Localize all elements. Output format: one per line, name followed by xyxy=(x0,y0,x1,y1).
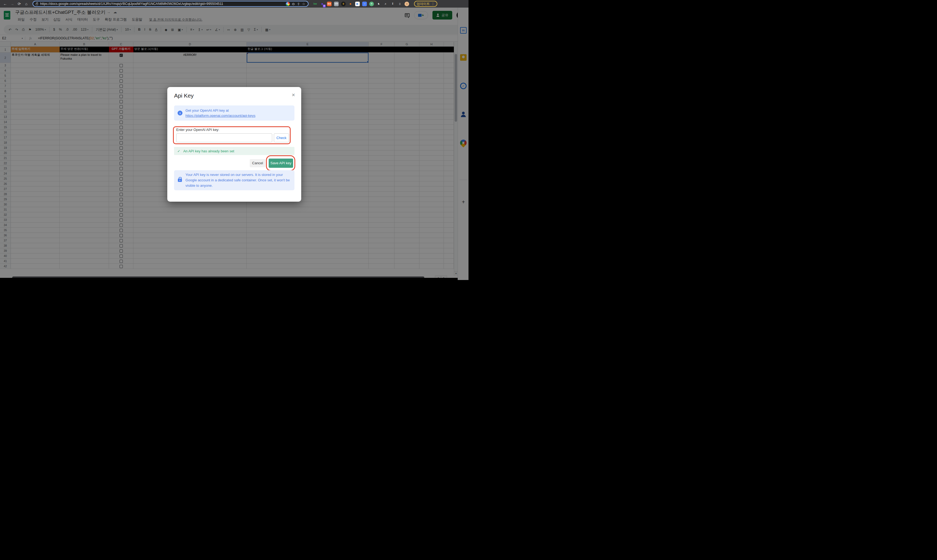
close-icon[interactable]: ✕ xyxy=(292,92,295,98)
music-list-extension[interactable]: ♬ xyxy=(383,2,388,6)
info-banner: i Get your OpenAI API key at https://pla… xyxy=(174,105,294,121)
success-banner: ✓ An API key has already been set xyxy=(174,147,294,155)
api-keys-link[interactable]: https://platform.openai.com/account/api-… xyxy=(185,114,255,118)
sheets-page: 구글스프레드시트+ChatGPT_주소 불러오기 ☆ → ☁ 파일수정보기삽입서… xyxy=(0,8,469,280)
browser-update-button[interactable]: 업데이트 ⋮ xyxy=(414,1,437,7)
url-text[interactable]: https://docs.google.com/spreadsheets/d/1… xyxy=(40,2,284,6)
lock-icon xyxy=(36,3,38,5)
check-button[interactable]: Check xyxy=(274,133,289,142)
browser-window: ← → ⟳ ⌂ https://docs.google.com/spreadsh… xyxy=(0,0,469,280)
google-logo-icon[interactable]: G xyxy=(286,2,290,6)
red-annotation-save xyxy=(266,155,295,171)
reload-icon[interactable]: ⟳ xyxy=(16,2,22,6)
extension-badge: 6 xyxy=(323,5,326,7)
phone-play-extension[interactable]: ▶ xyxy=(355,2,360,6)
back-icon[interactable]: ← xyxy=(2,2,8,6)
cancel-button[interactable]: Cancel xyxy=(250,159,265,167)
bw-extension[interactable]: bw xyxy=(313,2,317,6)
info-text: Get your OpenAI API key at https://platf… xyxy=(185,108,291,118)
bookmark-star-icon[interactable]: ☆ xyxy=(302,2,305,6)
api-key-label: Enter your OpenAI API key: xyxy=(176,128,219,132)
privacy-note: Your API key is never stored on our serv… xyxy=(174,170,294,190)
lock-icon xyxy=(178,178,182,182)
forward-icon[interactable]: → xyxy=(9,2,15,6)
api-key-dialog: Api Key ✕ i Get your OpenAI API key at h… xyxy=(167,87,301,202)
browser-menu-icon[interactable]: ⋮ xyxy=(431,2,435,6)
info-icon: i xyxy=(178,111,183,115)
home-icon[interactable]: ⌂ xyxy=(23,2,29,6)
download-extension[interactable]: ↧ xyxy=(391,2,395,6)
extensions-bar: bw◆6EX</>♛◆▶▪✳♞♬↧▯☺ xyxy=(313,2,409,6)
dialog-title: Api Key xyxy=(174,92,194,99)
white-rect-extension[interactable]: ▯ xyxy=(397,2,402,6)
success-check-icon: ✓ xyxy=(177,149,180,153)
purple-diamond-extension[interactable]: ◆6 xyxy=(320,2,325,6)
ex-extension[interactable]: EX xyxy=(327,2,332,6)
openai-extension[interactable]: ✳ xyxy=(369,2,374,6)
zoom-out-icon[interactable]: ⊖ xyxy=(292,2,295,6)
update-label: 업데이트 xyxy=(417,2,430,6)
memoji-extension[interactable]: ☺ xyxy=(405,2,409,6)
white-figure-extension[interactable]: ♞ xyxy=(376,2,381,6)
address-bar[interactable]: https://docs.google.com/spreadsheets/d/1… xyxy=(32,1,309,7)
lion-extension[interactable]: ♛ xyxy=(341,2,346,6)
metamask-fox-extension[interactable]: ◆ xyxy=(348,2,353,6)
browser-toolbar: ← → ⟳ ⌂ https://docs.google.com/spreadsh… xyxy=(0,0,469,8)
success-text: An API key has already been set xyxy=(183,149,234,153)
api-key-input[interactable] xyxy=(176,133,272,142)
code-extension[interactable]: </> xyxy=(334,2,338,6)
privacy-note-text: Your API key is never stored on our serv… xyxy=(185,172,291,188)
share-icon[interactable]: ⇧ xyxy=(297,2,300,6)
blue-tool-extension[interactable]: ▪ xyxy=(362,2,367,6)
